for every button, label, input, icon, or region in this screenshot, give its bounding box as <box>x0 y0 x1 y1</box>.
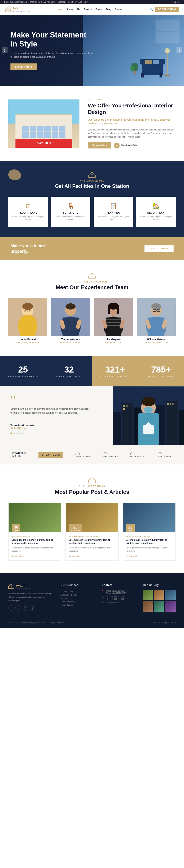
dot-5[interactable] <box>22 432 24 434</box>
footer-service-3[interactable]: Renovation <box>61 597 93 600</box>
footer-brand: Avadh ARCHITECTURE <box>16 584 34 589</box>
watch-video-label: Watch Our Video <box>121 144 138 147</box>
hero-section: ❮ Make Your Statement In Style Lorem ips… <box>0 15 184 86</box>
team-member-4: William Watson CREATIVE DIRECTOR <box>137 298 176 344</box>
footer-bottom: © 2022 Avadh Template. Design By wpCream… <box>8 618 176 624</box>
get-in-touch-button[interactable]: GET IN TOUCH <box>145 245 174 252</box>
svg-marker-17 <box>90 173 94 175</box>
svg-rect-39 <box>106 322 121 323</box>
hero-prev-button[interactable]: ❮ <box>2 47 7 53</box>
hero-next-button[interactable]: ❯ <box>177 47 182 53</box>
nav-project[interactable]: Project <box>84 8 91 10</box>
footer-grid: Avadh ARCHITECTURE Lorem ipsum dolor sit… <box>8 584 176 612</box>
search-button[interactable]: 🔍 <box>149 7 153 11</box>
stat-years-label: YEARS OF EXPERIENCE <box>4 375 42 378</box>
footer-service-4[interactable]: Landscape Design <box>61 600 93 603</box>
gallery-thumb-1[interactable] <box>143 590 153 600</box>
twitter-icon[interactable]: t <box>172 1 173 3</box>
footer-service-1[interactable]: Floor Planning <box>61 590 93 593</box>
svg-point-73 <box>144 407 153 413</box>
hero-content: Make Your Statement In Style Lorem ipsum… <box>0 22 105 79</box>
footer-service-5[interactable]: Interior Design <box>61 603 93 607</box>
testimonial-name: Tanneia Akrasenko <box>10 424 103 427</box>
footer-gallery-title: Our Gallery <box>143 584 176 587</box>
watch-video-button[interactable]: ▶ Watch Our Video <box>114 143 138 149</box>
stat-specialists-label: EXPERT SPECIALIST <box>50 375 88 378</box>
footer-logo-icon <box>8 584 14 589</box>
footer-email-text: avadh@gmail.com <box>105 601 121 604</box>
window-5 <box>52 126 58 131</box>
svg-rect-62 <box>179 410 184 445</box>
play-icon: ▶ <box>114 143 120 149</box>
footer-facebook-icon[interactable]: f <box>8 605 14 611</box>
dot-4[interactable] <box>19 432 21 434</box>
svg-point-32 <box>66 304 75 310</box>
footer-address-text: 3901 Bathurst Tower 2345 Waverly, LA 963… <box>106 590 127 594</box>
hero-cta-button[interactable]: Explore More <box>10 63 37 70</box>
nav-home[interactable]: Home <box>57 8 63 10</box>
team-grid: Henry Bannet CREATIVE DIRECTOR Timran Ak… <box>8 298 176 344</box>
gallery-thumb-5[interactable] <box>154 601 164 612</box>
footer-contact-col: Contact 📍 3901 Bathurst Tower 2345 Waver… <box>102 584 135 612</box>
nav-about[interactable]: About <box>67 8 74 10</box>
footer: Avadh ARCHITECTURE Lorem ipsum dolor sit… <box>0 573 184 628</box>
store-sign: SATURN <box>15 139 72 148</box>
decorative-blob <box>8 169 21 180</box>
svg-rect-8 <box>141 73 144 78</box>
svg-marker-79 <box>103 452 107 455</box>
furniture-name: FURNITURE <box>54 212 87 214</box>
dot-2[interactable] <box>13 432 15 434</box>
team-logo <box>8 273 176 279</box>
stat-years-number: 25 <box>4 365 42 375</box>
googleplus-icon[interactable]: g+ <box>178 1 180 3</box>
facebook-icon[interactable]: f <box>170 1 170 3</box>
read-more-3[interactable]: READ MORE <box>126 555 139 557</box>
stat-customers-number: 785+ <box>142 365 180 375</box>
gallery-thumb-3[interactable] <box>165 590 176 600</box>
about-actions: Choose More ▶ Watch Our Video <box>88 143 176 149</box>
choose-more-button[interactable]: Choose More <box>88 143 111 149</box>
nav-pages[interactable]: Pages <box>96 8 102 10</box>
nav-contact[interactable]: Contact <box>115 8 123 10</box>
team-silhouette-3 <box>94 298 133 336</box>
navbar-actions: 🔍 BOOKING NOW <box>149 7 179 12</box>
svg-point-77 <box>142 397 155 406</box>
blog-tag-2: ARCHITECTURE / BY ROMANCE <box>69 535 115 537</box>
booking-button[interactable]: BOOKING NOW <box>155 7 179 12</box>
team-member-3: Lily Margerat ART DIRECTOR <box>94 298 133 344</box>
gallery-thumb-6[interactable] <box>165 601 176 612</box>
svg-rect-70 <box>170 403 172 405</box>
footer-contact-title: Contact <box>102 584 135 587</box>
dot-3[interactable] <box>16 432 18 434</box>
footer-twitter-icon[interactable]: t <box>15 605 21 611</box>
read-more-2[interactable]: READ MORE <box>69 555 82 557</box>
nav-us[interactable]: Us <box>77 8 80 10</box>
blog-tag-1: ARCHITECTURE / BY JEN <box>11 535 58 537</box>
footer-pinterest-icon[interactable]: p <box>30 605 35 611</box>
gallery-thumb-4[interactable] <box>143 601 153 612</box>
svg-marker-81 <box>158 452 162 455</box>
cta-title: Make your dreamproperty. <box>10 243 45 254</box>
nav-blog[interactable]: Blog <box>106 8 111 10</box>
gallery-thumb-2[interactable] <box>154 590 164 600</box>
window-6 <box>59 126 66 131</box>
footer-service-2[interactable]: Architecture Design <box>61 593 93 597</box>
facility-decor: 🏡 DECOR PLAN It seem that only fragment … <box>136 197 176 227</box>
planning-name: PLANNING <box>97 212 130 214</box>
floor-plans-icon: ⊞ <box>12 203 44 209</box>
blog-date-2: 28 ROMANCE <box>69 524 82 532</box>
decor-text: It seem that only fragment the original … <box>140 215 172 221</box>
footer-instagram-icon[interactable]: in <box>23 605 28 611</box>
svg-marker-78 <box>76 452 79 455</box>
window-2 <box>30 126 36 131</box>
blog-date-3: 29 SIS <box>126 524 135 532</box>
phone-icon: 📞 <box>102 596 104 600</box>
dot-1[interactable] <box>10 432 12 434</box>
stat-specialists-number: 32 <box>50 365 88 375</box>
window-4 <box>44 126 51 131</box>
stat-specialists: 32 EXPERT SPECIALIST <box>46 356 92 386</box>
read-more-1[interactable]: READ MORE <box>11 555 25 557</box>
blog-body-3: ARCHITECTURE / BY SIS Lorem Ipsum is sim… <box>123 532 176 561</box>
instagram-icon[interactable]: in <box>174 1 176 3</box>
footer-services-list: Floor Planning Architecture Design Renov… <box>61 590 93 607</box>
